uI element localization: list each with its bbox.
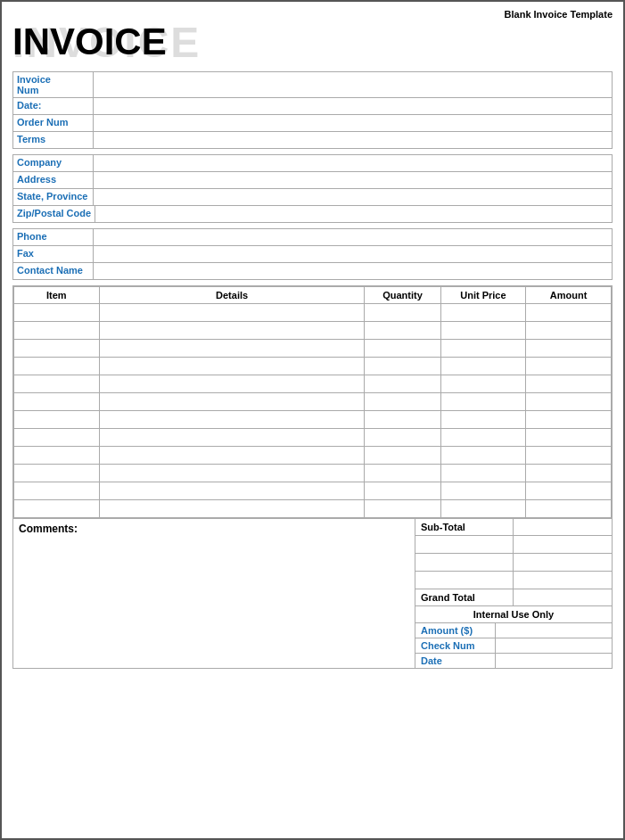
internal-date-label: Date: [415, 654, 496, 668]
check-num-label: Check Num: [415, 638, 496, 653]
grand-total-label: Grand Total: [415, 589, 514, 605]
amount-cell[interactable]: [526, 465, 612, 482]
details-cell[interactable]: [99, 375, 365, 393]
item-cell[interactable]: [14, 500, 100, 518]
invoice-page: Blank Invoice Template INVOICE INVOICE I…: [0, 0, 625, 840]
qty-cell[interactable]: [365, 482, 440, 500]
amount-dollar-value[interactable]: [496, 623, 612, 638]
item-cell[interactable]: [14, 358, 100, 375]
details-cell[interactable]: [99, 358, 365, 375]
internal-date-value[interactable]: [496, 654, 612, 668]
details-cell[interactable]: [99, 465, 365, 482]
unit-price-cell[interactable]: [440, 340, 526, 358]
invoice-title: INVOICE: [12, 21, 613, 62]
qty-cell[interactable]: [365, 340, 440, 358]
amount-cell[interactable]: [526, 482, 612, 500]
qty-cell[interactable]: [365, 375, 440, 393]
totals-extra-value-1[interactable]: [514, 536, 612, 553]
details-cell[interactable]: [99, 482, 365, 500]
details-cell[interactable]: [99, 447, 365, 465]
qty-cell[interactable]: [365, 358, 440, 375]
date-value[interactable]: [94, 98, 612, 114]
item-cell[interactable]: [14, 429, 100, 447]
amount-cell[interactable]: [526, 358, 612, 375]
details-cell[interactable]: [99, 411, 365, 429]
qty-cell[interactable]: [365, 447, 440, 465]
unit-price-cell[interactable]: [440, 411, 526, 429]
subtotal-value[interactable]: [514, 519, 612, 535]
item-cell[interactable]: [14, 340, 100, 358]
qty-cell[interactable]: [365, 465, 440, 482]
item-cell[interactable]: [14, 482, 100, 500]
amount-dollar-row: Amount ($): [415, 623, 612, 638]
contact-name-row: Contact Name: [13, 263, 612, 279]
comments-label: Comments:: [19, 523, 409, 535]
amount-cell[interactable]: [526, 340, 612, 358]
fax-label: Fax: [13, 246, 94, 262]
item-cell[interactable]: [14, 322, 100, 340]
unit-price-cell[interactable]: [440, 429, 526, 447]
amount-cell[interactable]: [526, 375, 612, 393]
unit-price-cell[interactable]: [440, 447, 526, 465]
amount-cell[interactable]: [526, 393, 612, 411]
invoice-table: Item Details Quantity Unit Price Amount: [13, 286, 612, 518]
order-num-value[interactable]: [94, 115, 612, 131]
invoice-info-section: InvoiceNum Date: Order Num Terms: [12, 71, 613, 149]
item-cell[interactable]: [14, 465, 100, 482]
item-cell[interactable]: [14, 447, 100, 465]
details-cell[interactable]: [99, 322, 365, 340]
amount-cell[interactable]: [526, 500, 612, 518]
address-value[interactable]: [94, 172, 612, 188]
order-num-row: Order Num: [13, 115, 612, 132]
unit-price-cell[interactable]: [440, 393, 526, 411]
qty-cell[interactable]: [365, 411, 440, 429]
phone-value[interactable]: [94, 229, 612, 245]
item-cell[interactable]: [14, 411, 100, 429]
amount-cell[interactable]: [526, 447, 612, 465]
amount-cell[interactable]: [526, 429, 612, 447]
amount-cell[interactable]: [526, 411, 612, 429]
grand-total-value[interactable]: [514, 589, 612, 605]
zip-value[interactable]: [95, 206, 612, 222]
item-cell[interactable]: [14, 393, 100, 411]
totals-extra-row-1: [415, 536, 612, 554]
subtotal-row: Sub-Total: [415, 519, 612, 536]
qty-cell[interactable]: [365, 393, 440, 411]
item-cell[interactable]: [14, 375, 100, 393]
internal-date-row: Date: [415, 654, 612, 668]
fax-row: Fax: [13, 246, 612, 263]
totals-extra-value-2[interactable]: [514, 554, 612, 571]
table-row: [14, 393, 612, 411]
amount-cell[interactable]: [526, 322, 612, 340]
unit-price-cell[interactable]: [440, 358, 526, 375]
col-header-unit-price: Unit Price: [440, 287, 526, 304]
check-num-value[interactable]: [496, 638, 612, 653]
unit-price-cell[interactable]: [440, 500, 526, 518]
unit-price-cell[interactable]: [440, 304, 526, 322]
details-cell[interactable]: [99, 393, 365, 411]
invoice-num-value[interactable]: [94, 72, 612, 97]
terms-value[interactable]: [94, 132, 612, 148]
company-value[interactable]: [94, 155, 612, 171]
qty-cell[interactable]: [365, 429, 440, 447]
qty-cell[interactable]: [365, 322, 440, 340]
unit-price-cell[interactable]: [440, 375, 526, 393]
details-cell[interactable]: [99, 304, 365, 322]
unit-price-cell[interactable]: [440, 482, 526, 500]
totals-extra-value-3[interactable]: [514, 572, 612, 589]
table-row: [14, 500, 612, 518]
unit-price-cell[interactable]: [440, 465, 526, 482]
qty-cell[interactable]: [365, 500, 440, 518]
unit-price-cell[interactable]: [440, 322, 526, 340]
details-cell[interactable]: [99, 500, 365, 518]
totals-section: Sub-Total Grand Total Internal: [415, 519, 612, 668]
contact-name-value[interactable]: [94, 263, 612, 279]
state-province-value[interactable]: [94, 189, 612, 205]
fax-value[interactable]: [94, 246, 612, 262]
item-cell[interactable]: [14, 304, 100, 322]
details-cell[interactable]: [99, 429, 365, 447]
details-cell[interactable]: [99, 340, 365, 358]
qty-cell[interactable]: [365, 304, 440, 322]
amount-cell[interactable]: [526, 304, 612, 322]
totals-extra-label-1: [415, 536, 514, 553]
